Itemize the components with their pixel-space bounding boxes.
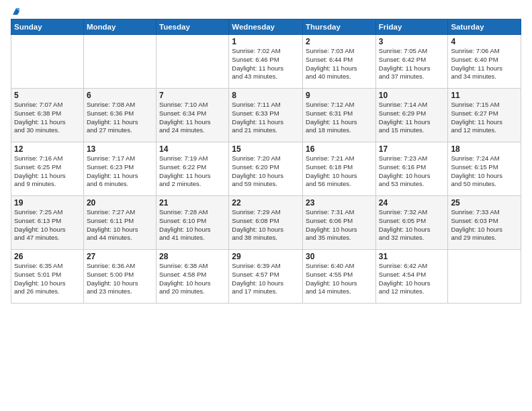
day-number: 16: [306, 144, 373, 154]
day-info: Sunrise: 7:14 AM Sunset: 6:29 PM Dayligh…: [379, 101, 445, 135]
day-number: 4: [451, 37, 518, 46]
day-info: Sunrise: 6:35 AM Sunset: 5:01 PM Dayligh…: [14, 262, 81, 296]
day-info: Sunrise: 7:19 AM Sunset: 6:22 PM Dayligh…: [159, 154, 226, 189]
day-cell: 23Sunrise: 7:31 AM Sunset: 6:06 PM Dayli…: [303, 196, 376, 250]
day-cell: 12Sunrise: 7:16 AM Sunset: 6:25 PM Dayli…: [11, 142, 84, 196]
day-info: Sunrise: 7:33 AM Sunset: 6:03 PM Dayligh…: [451, 208, 518, 242]
day-info: Sunrise: 7:32 AM Sunset: 6:05 PM Dayligh…: [379, 208, 445, 242]
day-cell: 10Sunrise: 7:14 AM Sunset: 6:29 PM Dayli…: [375, 89, 448, 142]
day-number: 20: [87, 198, 153, 208]
day-number: 31: [379, 252, 445, 261]
weekday-header-tuesday: Tuesday: [157, 19, 229, 35]
day-info: Sunrise: 7:23 AM Sunset: 6:16 PM Dayligh…: [379, 154, 445, 189]
day-info: Sunrise: 7:11 AM Sunset: 6:33 PM Dayligh…: [232, 101, 300, 135]
day-cell: 24Sunrise: 7:32 AM Sunset: 6:05 PM Dayli…: [375, 196, 448, 250]
day-number: 17: [379, 144, 445, 154]
day-number: 18: [451, 144, 518, 154]
day-info: Sunrise: 7:17 AM Sunset: 6:23 PM Dayligh…: [87, 154, 153, 189]
day-number: 22: [232, 198, 300, 208]
day-cell: 5Sunrise: 7:07 AM Sunset: 6:38 PM Daylig…: [11, 89, 84, 142]
day-info: Sunrise: 7:28 AM Sunset: 6:10 PM Dayligh…: [159, 208, 226, 242]
day-number: 26: [14, 252, 81, 261]
day-cell: 19Sunrise: 7:25 AM Sunset: 6:13 PM Dayli…: [11, 196, 84, 250]
day-cell: 16Sunrise: 7:21 AM Sunset: 6:18 PM Dayli…: [303, 142, 376, 196]
day-info: Sunrise: 7:12 AM Sunset: 6:31 PM Dayligh…: [306, 101, 373, 135]
day-number: 15: [232, 144, 300, 154]
day-info: Sunrise: 7:24 AM Sunset: 6:15 PM Dayligh…: [451, 154, 518, 189]
day-number: 10: [379, 91, 445, 100]
day-number: 9: [306, 91, 373, 100]
day-number: 14: [159, 144, 226, 154]
day-info: Sunrise: 7:31 AM Sunset: 6:06 PM Dayligh…: [306, 208, 373, 242]
day-cell: 15Sunrise: 7:20 AM Sunset: 6:20 PM Dayli…: [229, 142, 303, 196]
week-row-3: 12Sunrise: 7:16 AM Sunset: 6:25 PM Dayli…: [11, 142, 521, 196]
weekday-header-wednesday: Wednesday: [229, 19, 303, 35]
day-number: 5: [14, 91, 81, 100]
day-number: 3: [379, 37, 445, 46]
day-info: Sunrise: 6:38 AM Sunset: 4:58 PM Dayligh…: [159, 262, 226, 296]
day-cell: 3Sunrise: 7:05 AM Sunset: 6:42 PM Daylig…: [375, 35, 448, 89]
logo: [11, 7, 21, 15]
day-cell: [11, 35, 84, 89]
weekday-header-friday: Friday: [375, 19, 448, 35]
day-info: Sunrise: 6:40 AM Sunset: 4:55 PM Dayligh…: [306, 262, 373, 296]
weekday-header-row: SundayMondayTuesdayWednesdayThursdayFrid…: [11, 19, 521, 35]
day-cell: 7Sunrise: 7:10 AM Sunset: 6:34 PM Daylig…: [157, 89, 229, 142]
day-info: Sunrise: 7:07 AM Sunset: 6:38 PM Dayligh…: [14, 101, 81, 135]
day-cell: 1Sunrise: 7:02 AM Sunset: 6:46 PM Daylig…: [229, 35, 303, 89]
day-cell: 2Sunrise: 7:03 AM Sunset: 6:44 PM Daylig…: [303, 35, 376, 89]
page: SundayMondayTuesdayWednesdayThursdayFrid…: [0, 0, 532, 411]
day-cell: 18Sunrise: 7:24 AM Sunset: 6:15 PM Dayli…: [448, 142, 521, 196]
day-cell: 22Sunrise: 7:29 AM Sunset: 6:08 PM Dayli…: [229, 196, 303, 250]
day-number: 2: [306, 37, 373, 46]
day-cell: [83, 35, 156, 89]
day-number: 27: [87, 252, 153, 261]
week-row-4: 19Sunrise: 7:25 AM Sunset: 6:13 PM Dayli…: [11, 196, 521, 250]
day-number: 24: [379, 198, 445, 208]
day-cell: [157, 35, 229, 89]
day-info: Sunrise: 7:27 AM Sunset: 6:11 PM Dayligh…: [87, 208, 153, 242]
day-cell: 6Sunrise: 7:08 AM Sunset: 6:36 PM Daylig…: [83, 89, 156, 142]
weekday-header-thursday: Thursday: [303, 19, 376, 35]
week-row-5: 26Sunrise: 6:35 AM Sunset: 5:01 PM Dayli…: [11, 250, 521, 304]
day-number: 7: [159, 91, 226, 100]
day-number: 11: [451, 91, 518, 100]
day-info: Sunrise: 7:06 AM Sunset: 6:40 PM Dayligh…: [451, 47, 518, 81]
day-cell: 13Sunrise: 7:17 AM Sunset: 6:23 PM Dayli…: [83, 142, 156, 196]
day-cell: [448, 250, 521, 304]
day-number: 12: [14, 144, 81, 154]
day-cell: 29Sunrise: 6:39 AM Sunset: 4:57 PM Dayli…: [229, 250, 303, 304]
calendar-table: SundayMondayTuesdayWednesdayThursdayFrid…: [11, 19, 521, 304]
day-info: Sunrise: 7:03 AM Sunset: 6:44 PM Dayligh…: [306, 47, 373, 81]
day-number: 1: [232, 37, 300, 46]
day-number: 25: [451, 198, 518, 208]
day-cell: 11Sunrise: 7:15 AM Sunset: 6:27 PM Dayli…: [448, 89, 521, 142]
day-cell: 26Sunrise: 6:35 AM Sunset: 5:01 PM Dayli…: [11, 250, 84, 304]
day-cell: 9Sunrise: 7:12 AM Sunset: 6:31 PM Daylig…: [303, 89, 376, 142]
day-number: 8: [232, 91, 300, 100]
day-number: 6: [87, 91, 153, 100]
week-row-1: 1Sunrise: 7:02 AM Sunset: 6:46 PM Daylig…: [11, 35, 521, 89]
day-number: 21: [159, 198, 226, 208]
header: [11, 7, 521, 15]
day-cell: 31Sunrise: 6:42 AM Sunset: 4:54 PM Dayli…: [375, 250, 448, 304]
day-cell: 27Sunrise: 6:36 AM Sunset: 5:00 PM Dayli…: [83, 250, 156, 304]
logo-icon: [11, 7, 21, 16]
day-cell: 30Sunrise: 6:40 AM Sunset: 4:55 PM Dayli…: [303, 250, 376, 304]
day-cell: 25Sunrise: 7:33 AM Sunset: 6:03 PM Dayli…: [448, 196, 521, 250]
day-info: Sunrise: 6:39 AM Sunset: 4:57 PM Dayligh…: [232, 262, 300, 296]
day-cell: 20Sunrise: 7:27 AM Sunset: 6:11 PM Dayli…: [83, 196, 156, 250]
week-row-2: 5Sunrise: 7:07 AM Sunset: 6:38 PM Daylig…: [11, 89, 521, 142]
day-number: 13: [87, 144, 153, 154]
day-info: Sunrise: 7:10 AM Sunset: 6:34 PM Dayligh…: [159, 101, 226, 135]
day-info: Sunrise: 7:16 AM Sunset: 6:25 PM Dayligh…: [14, 154, 81, 189]
day-info: Sunrise: 7:15 AM Sunset: 6:27 PM Dayligh…: [451, 101, 518, 135]
day-info: Sunrise: 6:36 AM Sunset: 5:00 PM Dayligh…: [87, 262, 153, 296]
day-cell: 4Sunrise: 7:06 AM Sunset: 6:40 PM Daylig…: [448, 35, 521, 89]
day-cell: 17Sunrise: 7:23 AM Sunset: 6:16 PM Dayli…: [375, 142, 448, 196]
day-info: Sunrise: 7:21 AM Sunset: 6:18 PM Dayligh…: [306, 154, 373, 189]
day-number: 23: [306, 198, 373, 208]
day-cell: 14Sunrise: 7:19 AM Sunset: 6:22 PM Dayli…: [157, 142, 229, 196]
day-cell: 21Sunrise: 7:28 AM Sunset: 6:10 PM Dayli…: [157, 196, 229, 250]
day-info: Sunrise: 6:42 AM Sunset: 4:54 PM Dayligh…: [379, 262, 445, 296]
